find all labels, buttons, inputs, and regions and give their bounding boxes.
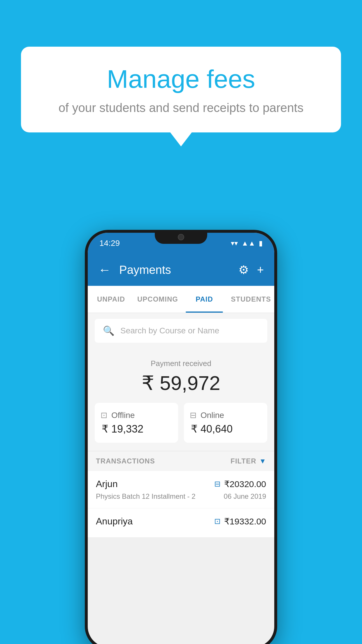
- offline-label: Offline: [111, 411, 135, 420]
- transactions-label: TRANSACTIONS: [96, 457, 155, 465]
- online-icon: ⊟: [190, 410, 196, 420]
- transaction-amount: ₹20320.00: [224, 479, 266, 489]
- tab-paid[interactable]: PAID: [181, 286, 228, 313]
- status-icons: ▾▾ ▲▲ ▮: [231, 239, 263, 247]
- transaction-amount-row: ⊡ ₹19332.00: [214, 516, 266, 526]
- speech-bubble: Manage fees of your students and send re…: [21, 47, 341, 132]
- signal-icon: ▲▲: [241, 239, 255, 247]
- transactions-header: TRANSACTIONS FILTER ▼: [88, 451, 274, 471]
- online-label: Online: [201, 411, 224, 420]
- back-button[interactable]: ←: [98, 262, 111, 277]
- tab-unpaid[interactable]: UNPAID: [88, 286, 134, 313]
- tabs-container: UNPAID UPCOMING PAID STUDENTS: [88, 286, 274, 313]
- transaction-amount: ₹19332.00: [224, 516, 266, 526]
- status-time: 14:29: [99, 239, 120, 248]
- phone-frame: 14:29 ▾▾ ▲▲ ▮ ← Payments ⚙ +: [85, 230, 277, 644]
- transaction-row[interactable]: Arjun ⊟ ₹20320.00 Physics Batch 12 Insta…: [88, 471, 274, 508]
- speech-bubble-container: Manage fees of your students and send re…: [21, 47, 341, 132]
- payment-received-label: Payment received: [95, 359, 267, 368]
- settings-button[interactable]: ⚙: [238, 263, 249, 276]
- gear-icon: ⚙: [238, 263, 249, 276]
- transaction-name: Anupriya: [96, 516, 133, 527]
- offline-card: ⊡ Offline ₹ 19,332: [95, 403, 178, 443]
- search-bar[interactable]: 🔍 Search by Course or Name: [95, 319, 267, 343]
- search-container: 🔍 Search by Course or Name: [88, 313, 274, 349]
- transaction-amount-row: ⊟ ₹20320.00: [214, 479, 266, 489]
- online-card-header: ⊟ Online: [190, 410, 224, 420]
- front-camera: [178, 234, 184, 240]
- online-card: ⊟ Online ₹ 40,640: [184, 403, 267, 443]
- payment-total-amount: ₹ 59,972: [95, 372, 267, 395]
- battery-icon: ▮: [259, 239, 263, 247]
- offline-amount: ₹ 19,332: [101, 423, 143, 435]
- payment-cards: ⊡ Offline ₹ 19,332 ⊟ Online ₹ 40,640: [95, 403, 267, 443]
- bubble-title: Manage fees: [44, 64, 318, 94]
- page-title: Payments: [119, 263, 230, 276]
- back-arrow-icon: ←: [98, 262, 111, 277]
- filter-label: FILTER: [231, 457, 256, 465]
- tab-upcoming[interactable]: UPCOMING: [134, 286, 181, 313]
- phone-screen: 14:29 ▾▾ ▲▲ ▮ ← Payments ⚙ +: [88, 233, 274, 644]
- online-amount: ₹ 40,640: [190, 423, 233, 435]
- filter-button[interactable]: FILTER ▼: [231, 457, 266, 465]
- search-input[interactable]: Search by Course or Name: [120, 326, 219, 335]
- offline-icon: ⊡: [101, 410, 107, 420]
- wifi-icon: ▾▾: [231, 239, 238, 247]
- tab-students[interactable]: STUDENTS: [228, 286, 274, 313]
- search-icon: 🔍: [103, 325, 115, 336]
- transaction-detail: Physics Batch 12 Installment - 2: [96, 492, 195, 501]
- offline-card-header: ⊡ Offline: [101, 410, 135, 420]
- phone-notch: [155, 230, 207, 244]
- online-payment-icon: ⊟: [214, 480, 221, 489]
- add-button[interactable]: +: [257, 263, 264, 276]
- transaction-row[interactable]: Anupriya ⊡ ₹19332.00: [88, 508, 274, 538]
- offline-payment-icon: ⊡: [214, 517, 221, 526]
- transaction-date: 06 June 2019: [224, 492, 266, 501]
- plus-icon: +: [257, 263, 264, 276]
- transaction-name: Arjun: [96, 479, 118, 489]
- filter-icon: ▼: [259, 457, 266, 465]
- header-icons: ⚙ +: [238, 263, 264, 276]
- transaction-top: Anupriya ⊡ ₹19332.00: [96, 516, 266, 527]
- app-header: ← Payments ⚙ +: [88, 254, 274, 286]
- bubble-subtitle: of your students and send receipts to pa…: [44, 101, 318, 115]
- transaction-bottom: Physics Batch 12 Installment - 2 06 June…: [96, 492, 266, 501]
- transaction-top: Arjun ⊟ ₹20320.00: [96, 479, 266, 489]
- payment-summary: Payment received ₹ 59,972 ⊡ Offline ₹ 19…: [88, 349, 274, 451]
